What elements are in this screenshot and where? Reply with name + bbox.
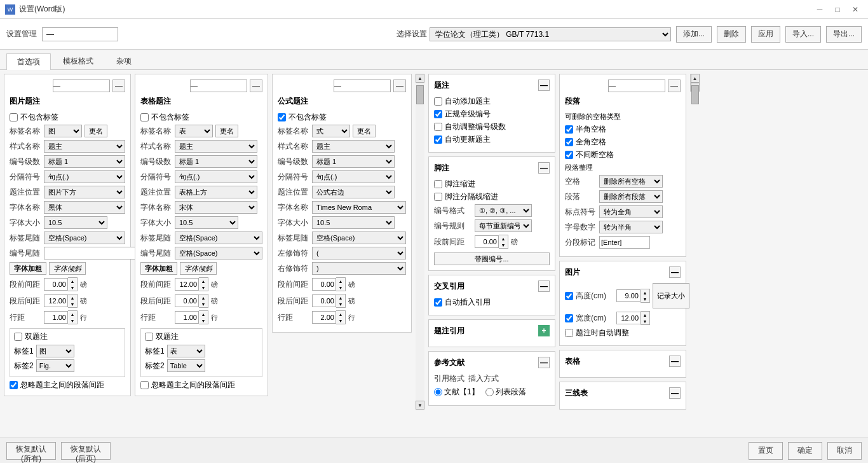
image-ignore-checkbox[interactable]	[10, 381, 18, 389]
image-before-down[interactable]: ▼	[68, 284, 77, 291]
panels-scroll[interactable]: — 图片题注 不包含标签 标签名称 图 更名	[0, 70, 868, 438]
table-sep-select[interactable]: 句点(.)	[175, 170, 257, 183]
table-top-input[interactable]	[190, 79, 247, 92]
table-top-minus[interactable]: —	[250, 79, 262, 92]
formula-after-down[interactable]: ▼	[336, 301, 345, 307]
image-after-up[interactable]: ▲	[68, 294, 77, 301]
image-top-input[interactable]	[53, 79, 110, 92]
endnote-rule-select[interactable]: 每节重新编号	[475, 219, 532, 232]
table-after-input[interactable]	[175, 294, 199, 307]
image-after-input[interactable]	[44, 294, 68, 307]
formula-before-input[interactable]	[312, 278, 336, 291]
endnote-before-input[interactable]	[475, 235, 499, 248]
belt-number-button[interactable]: 带圈编号...	[434, 252, 550, 265]
image-tail-select[interactable]: 空格(Space)	[44, 232, 125, 244]
mid-scroll-down[interactable]: ▼	[416, 401, 424, 410]
image-font-select[interactable]: 黑体	[44, 201, 125, 214]
image-no-label-checkbox[interactable]	[10, 113, 18, 121]
endnote-indent-checkbox[interactable]	[434, 180, 442, 188]
image-label-name-select[interactable]: 图	[44, 125, 82, 137]
formula-linespace-down[interactable]: ▼	[336, 317, 345, 324]
image-italic-button[interactable]: 字体倾斜	[49, 262, 86, 275]
image-before-up[interactable]: ▲	[68, 278, 77, 284]
full-space-checkbox[interactable]	[565, 138, 573, 146]
table-label2-select[interactable]: Table	[167, 359, 205, 372]
endnote-format-select[interactable]: ①, ②, ③, ...	[475, 204, 532, 217]
cross-ref-minus[interactable]: —	[538, 280, 550, 292]
image-width-input[interactable]	[616, 312, 641, 324]
image-height-input[interactable]	[616, 289, 641, 302]
formula-tail-select[interactable]: 空格(Space)	[312, 232, 406, 244]
table-label-name-select[interactable]: 表	[175, 125, 213, 137]
formula-linespace-up[interactable]: ▲	[336, 311, 345, 317]
table-no-label-checkbox[interactable]	[140, 113, 149, 121]
doc-radio[interactable]	[434, 388, 442, 396]
manage-input[interactable]	[42, 27, 118, 41]
headings-regular-checkbox[interactable]	[434, 110, 442, 118]
image-width-checkbox[interactable]	[565, 314, 573, 322]
image-double-checkbox[interactable]	[14, 333, 22, 341]
table-double-checkbox[interactable]	[145, 333, 153, 341]
headings-auto-adjust-checkbox[interactable]	[434, 123, 442, 131]
image-after-down[interactable]: ▼	[68, 301, 77, 307]
image-height-up[interactable]: ▲	[641, 289, 649, 296]
mid-scroll-thumb[interactable]	[416, 85, 424, 104]
table-italic-button[interactable]: 字体倾斜	[180, 262, 217, 275]
formula-no-label-checkbox[interactable]	[278, 113, 286, 121]
import-button[interactable]: 导入...	[785, 26, 821, 43]
table-before-down[interactable]: ▼	[199, 284, 208, 291]
image-bold-button[interactable]: 字体加粗	[10, 262, 46, 275]
image-size-select[interactable]: 10.5	[44, 216, 107, 229]
tab-template-format[interactable]: 模板格式	[52, 53, 104, 69]
para-para-select[interactable]: 删除所有段落	[599, 190, 663, 203]
references-minus[interactable]: —	[538, 357, 550, 368]
endnote-before-up[interactable]: ▲	[499, 235, 508, 242]
formula-label-name-select[interactable]: 式	[312, 125, 350, 137]
half-space-checkbox[interactable]	[565, 125, 573, 134]
image-style-select[interactable]: 题主	[44, 140, 125, 153]
table-style-select[interactable]: 题主	[175, 140, 257, 153]
formula-rightdeco-select[interactable]: )	[312, 262, 406, 275]
right-scroll-thumb[interactable]	[691, 85, 699, 104]
table-linespace-input[interactable]	[175, 311, 199, 324]
image-height-checkbox[interactable]	[565, 292, 573, 300]
restore-all-button[interactable]: 恢复默认 (所有)	[6, 442, 56, 460]
para-alpha-select[interactable]: 转为半角	[599, 221, 663, 233]
image-width-down[interactable]: ▼	[641, 318, 649, 324]
minimize-button[interactable]: ─	[812, 3, 827, 16]
tab-misc[interactable]: 杂项	[105, 53, 142, 69]
maximize-button[interactable]: □	[830, 3, 845, 16]
image-label2-select[interactable]: Fig.	[36, 359, 74, 372]
para-top-input[interactable]	[608, 79, 665, 92]
setting-select[interactable]: 学位论文（理工类） GB/T 7713.1	[430, 27, 671, 41]
endnote-minus[interactable]: —	[538, 162, 550, 174]
table-ignore-checkbox[interactable]	[140, 381, 149, 389]
formula-after-up[interactable]: ▲	[336, 294, 345, 301]
table-font-select[interactable]: 宋体	[175, 201, 257, 214]
para-top-minus[interactable]: —	[668, 79, 681, 92]
formula-linespace-input[interactable]	[312, 311, 336, 324]
image-pos-select[interactable]: 图片下方	[44, 186, 125, 198]
headings-auto-add-checkbox[interactable]	[434, 97, 442, 106]
formula-before-up[interactable]: ▲	[336, 278, 345, 284]
image-width-up[interactable]: ▲	[641, 312, 649, 318]
formula-top-minus[interactable]: —	[393, 79, 406, 92]
endnote-sep-checkbox[interactable]	[434, 193, 442, 201]
para-space-select[interactable]: 删除所有空格	[599, 175, 663, 188]
formula-leftdeco-select[interactable]: (	[312, 247, 406, 259]
table-linespace-down[interactable]: ▼	[199, 317, 208, 324]
image-linespace-up[interactable]: ▲	[68, 311, 77, 317]
formula-after-input[interactable]	[312, 294, 336, 307]
formula-rename-button[interactable]: 更名	[353, 125, 376, 137]
table-after-up[interactable]: ▲	[199, 294, 208, 301]
image-endtail-input[interactable]	[44, 247, 135, 259]
right-scroll-up[interactable]: ▲	[691, 74, 700, 83]
table-label1-select[interactable]: 表	[167, 345, 205, 357]
headings-minus[interactable]: —	[538, 79, 550, 91]
page-button[interactable]: 置页	[749, 442, 783, 460]
image-label1-select[interactable]: 图	[36, 345, 74, 357]
caption-ref-plus[interactable]: +	[538, 325, 550, 336]
table-settings-minus[interactable]: —	[669, 356, 681, 367]
formula-before-down[interactable]: ▼	[336, 284, 345, 291]
image-before-input[interactable]	[44, 278, 68, 291]
